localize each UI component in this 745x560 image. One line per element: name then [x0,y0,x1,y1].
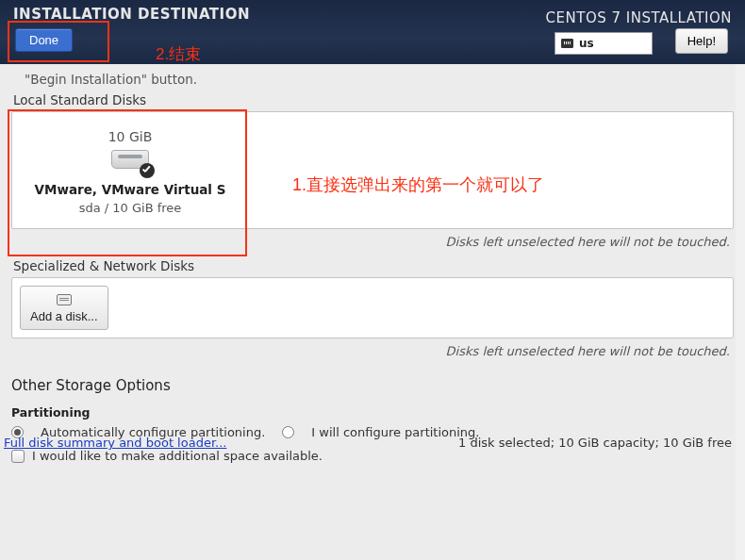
server-icon [57,294,72,305]
untouched-note-1: Disks left unselected here will not be t… [11,235,730,249]
keyboard-icon [561,39,573,48]
add-disk-button[interactable]: Add a disk... [20,286,108,330]
section-local-disks: Local Standard Disks [13,92,734,107]
keyboard-layout-label: us [579,37,594,50]
disk-size: 10 GiB [25,129,235,144]
network-disks-group: Add a disk... [11,277,734,338]
checkbox-make-space[interactable] [11,450,25,463]
check-icon [140,163,155,178]
make-space-row: I would like to make additional space av… [11,449,734,463]
full-disk-summary-link[interactable]: Full disk summary and boot loader... [4,436,226,450]
untouched-note-2: Disks left unselected here will not be t… [11,344,730,358]
label-make-space: I would like to make additional space av… [32,449,323,463]
bottom-bar: Full disk summary and boot loader... 1 d… [0,436,736,450]
body-area: "Begin Installation" button. Local Stand… [0,64,745,463]
harddrive-icon [111,150,149,173]
product-title: CENTOS 7 INSTALLATION [546,9,732,26]
disk-card[interactable]: 10 GiB VMware, VMware Virtual S sda / 10… [20,120,240,221]
done-button[interactable]: Done [15,28,73,52]
disk-name: VMware, VMware Virtual S [25,182,235,197]
annotation-text-2: 2.结束 [156,43,201,65]
selection-status: 1 disk selected; 10 GiB capacity; 10 GiB… [458,436,732,450]
hint-line: "Begin Installation" button. [11,72,734,87]
disk-subinfo: sda / 10 GiB free [25,201,235,215]
section-partitioning: Partitioning [11,405,734,420]
local-disks-group: 10 GiB VMware, VMware Virtual S sda / 10… [11,111,734,229]
header-bar: INSTALLATION DESTINATION CENTOS 7 INSTAL… [0,0,745,64]
keyboard-layout-selector[interactable]: us [555,32,653,55]
help-button[interactable]: Help! [675,28,728,54]
add-disk-label: Add a disk... [30,309,98,323]
section-other-storage: Other Storage Options [11,377,734,394]
section-network-disks: Specialized & Network Disks [13,258,734,273]
